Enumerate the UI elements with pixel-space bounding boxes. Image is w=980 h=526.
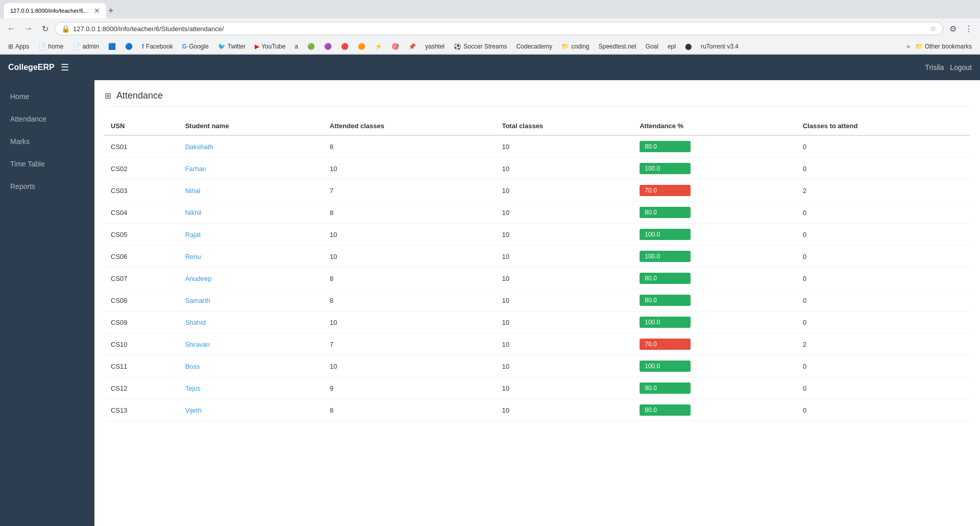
bookmark-facebook[interactable]: f Facebook <box>138 41 177 52</box>
sidebar-item-reports[interactable]: Reports <box>0 175 94 198</box>
bookmarks-more-button[interactable]: » <box>906 43 910 50</box>
table-row: CS02 Farhan 10 10 100.0 0 <box>105 158 970 180</box>
student-link[interactable]: Tejus <box>185 385 201 392</box>
cell-student-name[interactable]: Vijeth <box>179 399 324 421</box>
cell-pct: 100.0 <box>633 224 797 246</box>
bookmark-facebook-label: Facebook <box>146 43 173 50</box>
cell-usn: CS07 <box>105 268 179 290</box>
bookmark-misc5[interactable]: ⚡ <box>371 41 386 52</box>
bookmark-misc3[interactable]: 🔴 <box>337 41 353 52</box>
bookmark-apps[interactable]: ⊞ Apps <box>4 41 33 52</box>
cell-student-name[interactable]: Renu <box>179 246 324 268</box>
cell-student-name[interactable]: Shravan <box>179 333 324 355</box>
bookmark-youtube[interactable]: ▶ YouTube <box>251 41 289 52</box>
student-link[interactable]: Vijeth <box>185 407 202 414</box>
bookmark-amazon[interactable]: a <box>290 41 302 52</box>
address-bar[interactable]: 🔒 ☆ <box>55 22 943 35</box>
nav-bar: ← → ↻ 🔒 ☆ ⚙ ⋮ <box>0 18 980 39</box>
student-link[interactable]: Rajat <box>185 231 201 238</box>
top-bar-left: CollegeERP ☰ <box>8 62 69 73</box>
bookmark-misc1[interactable]: 🟢 <box>303 41 319 52</box>
home-bm-icon: 📄 <box>38 43 46 50</box>
bookmark-codecademy[interactable]: Codecademy <box>512 41 556 52</box>
student-link[interactable]: Anudeep <box>185 275 212 282</box>
bookmark-icon2[interactable]: 🔵 <box>121 41 137 52</box>
bookmark-twitter[interactable]: 🐦 Twitter <box>214 41 250 52</box>
cell-classes-to-attend: 0 <box>797 246 970 268</box>
bookmark-coding[interactable]: 📁 coding <box>557 41 593 52</box>
bookmark-misc4[interactable]: 🟠 <box>354 41 370 52</box>
sidebar-item-marks[interactable]: Marks <box>0 130 94 153</box>
reload-button[interactable]: ↻ <box>39 22 52 36</box>
cell-pct: 100.0 <box>633 246 797 268</box>
menu-button[interactable]: ⋮ <box>962 22 976 36</box>
cell-attended: 10 <box>324 246 496 268</box>
cell-student-name[interactable]: Tejus <box>179 377 324 399</box>
sidebar-item-timetable[interactable]: Time Table <box>0 153 94 175</box>
student-link[interactable]: Shahid <box>185 319 206 326</box>
cell-student-name[interactable]: Nikhil <box>179 202 324 224</box>
address-input[interactable] <box>73 25 927 33</box>
cell-student-name[interactable]: Samarth <box>179 290 324 312</box>
bookmark-admin[interactable]: 📄 admin <box>68 41 103 52</box>
attendance-badge: 100.0 <box>640 251 691 262</box>
cell-student-name[interactable]: Boss <box>179 355 324 377</box>
bookmark-rutorrent[interactable]: ruTorrent v3.4 <box>697 41 743 52</box>
cell-total: 10 <box>496 202 633 224</box>
back-button[interactable]: ← <box>4 22 18 35</box>
cell-attended: 7 <box>324 333 496 355</box>
student-link[interactable]: Nihal <box>185 187 201 195</box>
cell-student-name[interactable]: Farhan <box>179 158 324 180</box>
cell-student-name[interactable]: Shahid <box>179 312 324 333</box>
bookmark-misc8[interactable]: ⬤ <box>681 41 696 52</box>
student-link[interactable]: Shravan <box>185 341 210 348</box>
student-link[interactable]: Renu <box>185 253 201 260</box>
student-link[interactable]: Farhan <box>185 165 206 173</box>
bookmark-misc7[interactable]: 📌 <box>404 41 420 52</box>
hamburger-icon[interactable]: ☰ <box>61 62 69 73</box>
cell-classes-to-attend: 0 <box>797 355 970 377</box>
bookmark-star-icon[interactable]: ☆ <box>930 25 937 33</box>
student-link[interactable]: Dakshath <box>185 143 213 151</box>
table-row: CS10 Shravan 7 10 70.0 2 <box>105 333 970 355</box>
col-total: Total classes <box>496 117 633 135</box>
sidebar-item-home[interactable]: Home <box>0 85 94 108</box>
bookmark-misc2[interactable]: 🟣 <box>320 41 336 52</box>
cell-pct: 100.0 <box>633 355 797 377</box>
sidebar-item-attendance[interactable]: Attendance <box>0 108 94 130</box>
bookmark-yashtel[interactable]: yashtel <box>421 41 449 52</box>
bookmarks-bar: ⊞ Apps 📄 home 📄 admin 🟦 🔵 f Facebook G G… <box>0 39 980 54</box>
new-tab-button[interactable]: + <box>108 6 114 16</box>
cell-classes-to-attend: 0 <box>797 377 970 399</box>
tab-close-button[interactable]: ✕ <box>94 7 100 15</box>
forward-button[interactable]: → <box>21 22 36 35</box>
bookmark-misc6[interactable]: 🎯 <box>387 41 403 52</box>
bookmark-goal[interactable]: Goal <box>642 41 663 52</box>
table-row: CS06 Renu 10 10 100.0 0 <box>105 246 970 268</box>
col-student-name: Student name <box>179 117 324 135</box>
cell-student-name[interactable]: Nihal <box>179 180 324 202</box>
attendance-badge: 100.0 <box>640 163 691 174</box>
logout-link[interactable]: Logout <box>950 63 972 71</box>
cell-pct: 100.0 <box>633 158 797 180</box>
table-row: CS13 Vijeth 8 10 80.0 0 <box>105 399 970 421</box>
student-link[interactable]: Boss <box>185 363 200 370</box>
page-title: Attendance <box>116 90 163 101</box>
cell-student-name[interactable]: Rajat <box>179 224 324 246</box>
extensions-button[interactable]: ⚙ <box>946 22 960 36</box>
bookmark-other[interactable]: 📁 Other bookmarks <box>911 41 976 52</box>
student-link[interactable]: Nikhil <box>185 209 202 217</box>
cell-classes-to-attend: 0 <box>797 290 970 312</box>
student-link[interactable]: Samarth <box>185 297 210 304</box>
bookmark-soccer[interactable]: ⚽ Soccer Streams <box>450 41 511 52</box>
user-name-link[interactable]: Trisila <box>925 63 944 71</box>
bookmark-icon1[interactable]: 🟦 <box>104 41 120 52</box>
browser-tab[interactable]: 127.0.0.1:8000/info/teacher/6/St... ✕ <box>4 3 106 18</box>
bookmark-speedtest[interactable]: Speedtest.net <box>595 41 641 52</box>
cell-student-name[interactable]: Anudeep <box>179 268 324 290</box>
table-header: USN Student name Attended classes Total … <box>105 117 970 135</box>
bookmark-home[interactable]: 📄 home <box>34 41 67 52</box>
bookmark-google[interactable]: G Google <box>178 41 213 52</box>
cell-student-name[interactable]: Dakshath <box>179 135 324 158</box>
bookmark-epl[interactable]: epl <box>664 41 680 52</box>
